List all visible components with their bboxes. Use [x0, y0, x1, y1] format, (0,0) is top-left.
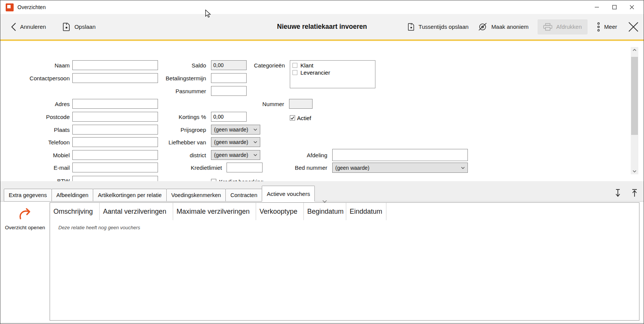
- titlebar: Overzichten: [0, 0, 644, 14]
- arrow-down-from-bar-icon: [615, 189, 621, 197]
- telefoon-label: Telefoon: [0, 139, 72, 146]
- tab-extra-gegevens[interactable]: Extra gegevens: [4, 189, 52, 202]
- interim-save-button[interactable]: Tussentijds opslaan: [408, 23, 469, 31]
- minimize-button[interactable]: [588, 2, 606, 13]
- interim-save-label: Tussentijds opslaan: [419, 23, 469, 30]
- afdeling-label: Afdeling: [239, 152, 330, 158]
- afdeling-input[interactable]: [332, 149, 468, 161]
- pasnummer-label: Pasnummer: [114, 88, 209, 94]
- close-window-button[interactable]: [623, 2, 641, 13]
- krediet-beperking-checkbox[interactable]: Krediet beperking: [211, 177, 264, 181]
- email-label: E-mail: [0, 164, 72, 171]
- pasnummer-input[interactable]: [211, 86, 247, 96]
- liefhebber-label: Liefhebber van: [114, 139, 209, 146]
- maximize-button[interactable]: [606, 2, 623, 13]
- bottom-strip: [0, 322, 644, 324]
- column-verkooptype[interactable]: Verkooptype: [256, 203, 304, 220]
- close-form-button[interactable]: [628, 21, 639, 33]
- tab-actieve-vouchers[interactable]: Actieve vouchers: [262, 186, 315, 202]
- categorie-leverancier-checkbox[interactable]: Leverancier: [292, 69, 373, 76]
- cancel-button[interactable]: Annuleren: [11, 22, 46, 31]
- cancel-label: Annuleren: [20, 23, 46, 30]
- scrollbar-thumb[interactable]: [631, 57, 638, 135]
- more-label: Meer: [604, 23, 617, 30]
- vertical-dots-icon: [597, 22, 600, 32]
- chevron-down-icon: [633, 170, 636, 172]
- prijsgroep-label: Prijsgroep: [114, 127, 209, 133]
- column-einddatum[interactable]: Einddatum: [346, 203, 386, 220]
- print-label: Afdrukken: [556, 23, 582, 30]
- btw-input[interactable]: [72, 176, 158, 181]
- scroll-down-button[interactable]: [631, 168, 638, 174]
- vouchers-panel: Overzicht openen Omschrijving Aantal ver…: [0, 202, 644, 322]
- liefhebber-select[interactable]: (geen waarde): [211, 137, 260, 147]
- adres-input[interactable]: [72, 99, 158, 109]
- bed-nummer-select[interactable]: (geen waarde): [332, 163, 468, 173]
- district-label: district: [114, 152, 209, 158]
- save-icon: [63, 22, 70, 31]
- saldo-label: Saldo: [114, 62, 209, 69]
- column-omschrijving[interactable]: Omschrijving: [50, 203, 100, 220]
- anonymize-button[interactable]: Maak anoniem: [478, 22, 528, 31]
- plaats-label: Plaats: [0, 127, 72, 133]
- form-scrollbar[interactable]: [631, 47, 638, 174]
- eye-off-icon: [478, 22, 488, 31]
- kredietlimiet-label: Kredietlimiet: [129, 164, 225, 171]
- column-maximale-verzilveringen[interactable]: Maximale verzilveringen: [173, 203, 256, 220]
- prijsgroep-value: (geen waarde): [214, 127, 248, 133]
- toolbar: Nieuwe relatiekaart invoeren Annuleren O…: [0, 14, 644, 39]
- save-button[interactable]: Opslaan: [63, 22, 95, 31]
- vouchers-table: Omschrijving Aantal verzilveringen Maxim…: [50, 202, 639, 321]
- krediet-beperking-label: Krediet beperking: [219, 178, 264, 182]
- tab-afbeeldingen[interactable]: Afbeeldingen: [52, 189, 94, 202]
- categorieen-label: Categorieën: [205, 62, 288, 69]
- nummer-label: Nummer: [205, 101, 287, 107]
- more-button[interactable]: Meer: [597, 22, 617, 32]
- window-controls: [588, 2, 641, 13]
- bed-nummer-value: (geen waarde): [335, 165, 369, 171]
- window-title: Overzichten: [17, 4, 46, 10]
- naam-label: Naam: [0, 62, 72, 69]
- app-window: Overzichten Nieuwe relatiekaart invoeren…: [0, 0, 644, 324]
- collapse-panel-up-button[interactable]: [631, 189, 638, 199]
- print-button[interactable]: Afdrukken: [538, 19, 588, 34]
- categorieen-listbox[interactable]: Klant Leverancier: [290, 60, 375, 88]
- column-aantal-verzilveringen[interactable]: Aantal verzilveringen: [100, 203, 173, 220]
- categorie-leverancier-label: Leverancier: [300, 69, 330, 76]
- chevron-down-icon: [253, 128, 257, 131]
- actief-checkbox[interactable]: Actief: [290, 113, 311, 123]
- bed-nummer-label: Bed nummer: [239, 164, 330, 171]
- open-overview-arrow-icon: [17, 207, 33, 221]
- kortings-label: Kortings %: [114, 114, 209, 120]
- checkbox-icon: [292, 63, 297, 68]
- chevron-up-icon: [633, 49, 636, 51]
- arrow-up-to-bar-icon: [631, 189, 638, 197]
- categorie-klant-label: Klant: [300, 62, 313, 69]
- open-overview-label: Overzicht openen: [0, 225, 50, 230]
- sort-indicator-icon: [322, 200, 327, 203]
- kortings-input[interactable]: [211, 112, 247, 122]
- scroll-up-button[interactable]: [631, 47, 638, 53]
- table-header-row: Omschrijving Aantal verzilveringen Maxim…: [50, 203, 639, 220]
- nummer-input: [289, 99, 313, 109]
- betalingstermijn-input[interactable]: [211, 73, 247, 83]
- back-chevron-icon: [11, 22, 16, 31]
- tab-voedingskenmerken[interactable]: Voedingskenmerken: [166, 189, 226, 202]
- expand-panel-down-button[interactable]: [615, 189, 621, 199]
- actief-label: Actief: [297, 115, 311, 121]
- chevron-down-icon: [253, 141, 257, 143]
- open-overview-button[interactable]: Overzicht openen: [0, 202, 50, 230]
- contactpersoon-label: Contactpersoon: [0, 75, 72, 81]
- column-begindatum[interactable]: Begindatum: [304, 203, 346, 220]
- tab-contracten[interactable]: Contracten: [225, 189, 262, 202]
- tab-artikelkortingen[interactable]: Artikelkortingen per relatie: [93, 189, 166, 202]
- empty-state-text: Deze relatie heeft nog geen vouchers: [58, 225, 140, 230]
- categorie-klant-checkbox[interactable]: Klant: [292, 62, 373, 69]
- chevron-down-icon: [461, 167, 465, 169]
- btw-label: BTW: [0, 178, 72, 182]
- printer-icon: [543, 23, 552, 31]
- adres-label: Adres: [0, 101, 72, 107]
- checkbox-checked-icon: [290, 115, 295, 121]
- prijsgroep-select[interactable]: (geen waarde): [211, 125, 260, 135]
- close-icon: [628, 21, 639, 33]
